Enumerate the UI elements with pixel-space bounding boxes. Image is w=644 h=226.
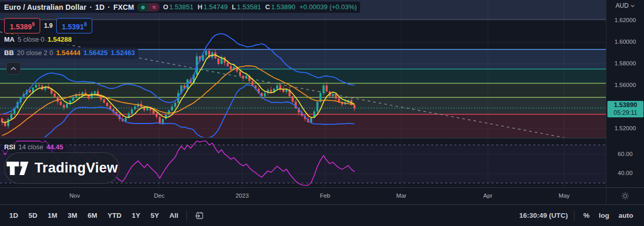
currency-label: AUD <box>616 2 629 9</box>
sell-price-button[interactable]: 1.53899 <box>4 18 40 33</box>
tradingview-watermark[interactable]: TradingView <box>4 152 120 184</box>
bb-upper-value: 1.56425 <box>83 48 108 58</box>
tradingview-chart-window: Euro / Australian Dollar · 1D · FXCM ≈ O… <box>0 0 644 226</box>
range-button-5y[interactable]: 5Y <box>146 210 163 221</box>
exchange-label[interactable]: FXCM <box>113 2 134 12</box>
symbol-status-row[interactable]: Euro / Australian Dollar · 1D · FXCM ≈ O… <box>0 2 360 13</box>
range-button-1m[interactable]: 1M <box>44 210 62 221</box>
price-tick: 1.60000 <box>606 39 644 45</box>
bb-name: BB <box>4 48 14 58</box>
bb-params: 20 close 2 0 <box>17 48 53 58</box>
collapse-status-button[interactable] <box>6 62 21 75</box>
last-price-value: 1.53890 <box>607 101 643 109</box>
title-separator-2: · <box>108 2 110 12</box>
symbol-title[interactable]: Euro / Australian Dollar <box>4 2 87 12</box>
market-status-pills: ≈ <box>137 3 160 11</box>
ohlc-c: C1.53890 <box>265 2 295 12</box>
calendar-goto-icon <box>194 211 205 221</box>
range-button-5d[interactable]: 5D <box>24 210 41 221</box>
tradingview-logo-icon <box>6 161 29 176</box>
price-tick: 1.58000 <box>606 60 644 66</box>
rsi-tick: 40.00 <box>606 170 644 176</box>
bb-lower-value: 1.52463 <box>111 48 135 58</box>
bb-basis-value: 1.54444 <box>56 48 80 58</box>
range-button-6m[interactable]: 6M <box>83 210 101 221</box>
ohlc-l: L1.53581 <box>232 2 261 12</box>
price-tick: 1.56000 <box>606 82 644 88</box>
range-button-1y[interactable]: 1Y <box>128 210 145 221</box>
title-separator-1: · <box>90 2 92 12</box>
indicator-row-rsi[interactable]: RSI 14 close 44.45 <box>0 142 66 153</box>
axis-settings-gear-icon[interactable] <box>621 192 630 202</box>
log-scale-toggle[interactable]: log <box>594 210 614 221</box>
date-range-buttons: 1D5D1M3M6MYTD1Y5YAll <box>5 210 182 221</box>
indicator-row-ma[interactable]: MA 5 close 0 1.54288 <box>0 34 75 45</box>
range-button-3m[interactable]: 3M <box>63 210 81 221</box>
watermark-brand-text: TradingView <box>35 160 118 176</box>
indicator-row-bb[interactable]: BB 20 close 2 0 1.54444 1.56425 1.52463 <box>0 47 138 59</box>
interval-label[interactable]: 1D <box>95 2 105 12</box>
last-price-badge[interactable]: 1.53890 05:29:11 <box>607 101 643 117</box>
spread-value: 1.9 <box>40 21 56 30</box>
price-tick: 1.52000 <box>606 125 644 131</box>
range-button-1d[interactable]: 1D <box>5 210 22 221</box>
rsi-tick: 60.00 <box>606 151 644 157</box>
auto-scale-toggle[interactable]: auto <box>614 210 638 221</box>
go-to-date-button[interactable] <box>191 210 208 222</box>
toolbar-divider <box>574 211 574 221</box>
time-label-mar: Mar <box>396 193 406 199</box>
toolbar-divider <box>187 211 187 221</box>
chevron-up-icon <box>10 66 17 71</box>
range-button-all[interactable]: All <box>165 210 182 221</box>
ohlc-h: H1.54749 <box>198 2 228 12</box>
time-label-may: May <box>558 193 570 199</box>
buy-price-button[interactable]: 1.53918 <box>56 18 92 33</box>
range-button-ytd[interactable]: YTD <box>104 210 126 221</box>
ma-name: MA <box>4 34 14 45</box>
time-label-dec: Dec <box>154 193 164 199</box>
chart-pane[interactable]: Euro / Australian Dollar · 1D · FXCM ≈ O… <box>0 0 606 187</box>
ma-value: 1.54288 <box>47 34 72 45</box>
price-axis[interactable]: AUD 1.620001.600001.580001.560001.52000 … <box>606 0 644 187</box>
time-axis[interactable]: NovDec2023FebMarAprMay <box>0 187 644 204</box>
change-value: +0.00039 (+0.03%) <box>299 2 357 12</box>
rsi-name: RSI <box>4 142 15 152</box>
rsi-params: 14 close <box>19 142 43 152</box>
percent-scale-toggle[interactable]: % <box>579 210 594 221</box>
ohlc-o: O1.53851 <box>163 2 193 12</box>
ohlc-values: O1.53851H1.54749L1.53581C1.53890+0.00039… <box>163 2 357 12</box>
time-label-nov: Nov <box>70 193 80 199</box>
time-label-2023: 2023 <box>235 193 249 199</box>
time-label-feb: Feb <box>320 193 330 199</box>
delayed-data-icon: ≈ <box>148 3 160 11</box>
bar-countdown: 05:29:11 <box>607 109 643 116</box>
server-clock[interactable]: 16:30:49 (UTC) <box>519 212 568 219</box>
price-tick: 1.62000 <box>606 17 644 23</box>
currency-selector[interactable]: AUD <box>606 2 644 9</box>
rsi-value: 44.45 <box>46 142 63 152</box>
market-open-icon <box>137 3 148 11</box>
quote-widget: 1.53899 1.9 1.53918 <box>4 18 92 33</box>
chevron-down-icon <box>631 5 635 7</box>
bottom-toolbar: 1D5D1M3M6MYTD1Y5YAll 16:30:49 (UTC) % lo… <box>0 204 644 226</box>
ma-params: 5 close 0 <box>18 34 44 45</box>
time-label-apr: Apr <box>483 193 493 199</box>
